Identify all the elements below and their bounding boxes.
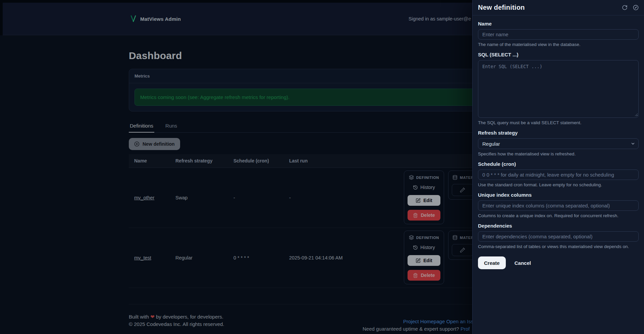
create-button[interactable]: Create	[478, 256, 506, 269]
name-field-label: Name	[478, 21, 639, 27]
refresh-strategy-help: Specifies how the materialised view is r…	[478, 151, 639, 156]
sql-field-help: The SQL query must be a valid SELECT sta…	[478, 120, 639, 125]
sql-field-label: SQL (SELECT ...)	[478, 52, 639, 57]
schedule-field-label: Schedule (cron)	[478, 161, 639, 167]
unique-index-label: Unique index columns	[478, 192, 639, 198]
drawer-form: Name The name of the materialised view i…	[473, 15, 644, 275]
refresh-strategy-select[interactable]: Regular	[478, 138, 639, 149]
cancel-button[interactable]: Cancel	[515, 260, 531, 266]
sql-textarea[interactable]	[478, 60, 639, 118]
close-circle-icon	[633, 5, 639, 10]
refresh-icon	[622, 5, 628, 10]
drawer-title: New definition	[478, 4, 616, 11]
schedule-input[interactable]	[478, 170, 639, 180]
unique-index-help: Columns to create a unique index on. Req…	[478, 213, 639, 218]
unique-index-input[interactable]	[478, 200, 639, 211]
dependencies-help: Comma-separated list of tables or views …	[478, 244, 639, 249]
dependencies-input[interactable]	[478, 231, 639, 242]
refresh-strategy-label: Refresh strategy	[478, 130, 639, 136]
close-button[interactable]	[633, 5, 639, 10]
drawer-header: New definition	[473, 0, 644, 15]
name-input[interactable]	[478, 29, 639, 40]
schedule-field-help: Use the standard cron format. Leave empt…	[478, 182, 639, 187]
new-definition-drawer: New definition Name The name of the mate…	[472, 0, 644, 334]
name-field-help: The name of the materialised view in the…	[478, 42, 639, 47]
dependencies-label: Dependencies	[478, 223, 639, 229]
reset-button[interactable]	[622, 5, 628, 10]
